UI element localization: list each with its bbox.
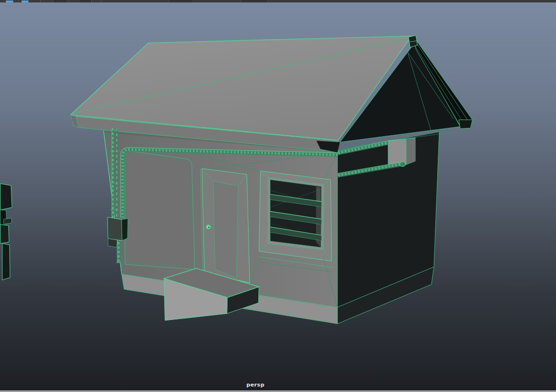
fascia-end-cap [459, 120, 473, 128]
viewport-canvas[interactable] [0, 2, 556, 390]
post-mid-box [0, 224, 9, 244]
door-knob-center [208, 227, 209, 228]
garage-panel [125, 151, 195, 270]
downspout-box-side [406, 138, 415, 165]
meter-box-front [107, 217, 122, 241]
post-top-box [0, 184, 12, 210]
house-model[interactable] [71, 36, 473, 324]
post-base [2, 244, 10, 280]
post-model[interactable] [0, 184, 12, 280]
door [201, 168, 251, 288]
viewport-panel[interactable]: persp [0, 2, 556, 390]
pipe-end-cap [400, 162, 405, 167]
post-flange [4, 218, 12, 224]
timeline-panel-edge [0, 390, 556, 392]
camera-label[interactable]: persp [246, 382, 264, 388]
application-window: persp [0, 0, 556, 392]
door-inner-panel [213, 181, 238, 278]
meter-box-lower [108, 239, 117, 247]
meter-box-side [122, 219, 128, 241]
